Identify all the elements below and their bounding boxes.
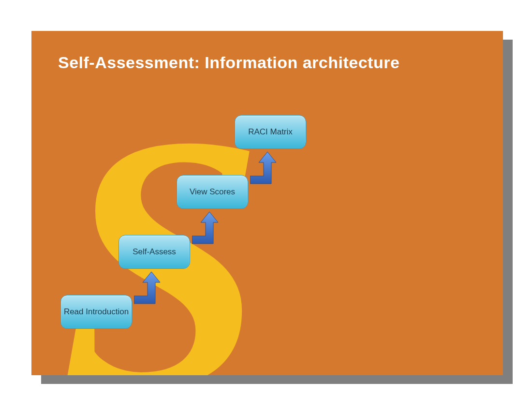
step-box-view-scores[interactable]: View Scores — [177, 175, 248, 209]
step-label: View Scores — [190, 187, 235, 197]
arrow-icon — [250, 152, 279, 187]
arrow-icon — [192, 212, 221, 247]
step-label: Read Introduction — [64, 307, 129, 317]
step-label: Self-Assess — [133, 247, 176, 257]
step-label: RACI Matrix — [248, 127, 293, 137]
arrow-icon — [134, 272, 163, 307]
slide-container: S Self-Assessment: Information architect… — [31, 31, 503, 375]
step-box-read-introduction[interactable]: Read Introduction — [60, 295, 132, 329]
step-box-raci-matrix[interactable]: RACI Matrix — [235, 115, 306, 149]
slide-title: Self-Assessment: Information architectur… — [58, 53, 399, 72]
step-box-self-assess[interactable]: Self-Assess — [118, 235, 190, 269]
